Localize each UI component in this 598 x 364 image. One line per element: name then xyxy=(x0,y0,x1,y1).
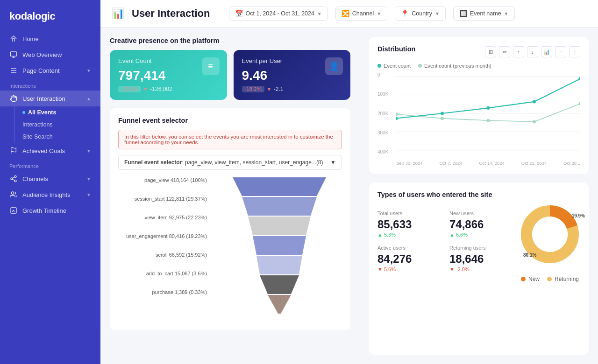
sidebar-item-web-overview[interactable]: Web Overview xyxy=(0,47,100,63)
dist-tool-filter-icon[interactable]: ≡ xyxy=(555,46,566,57)
returning-pct-label: 80.1% xyxy=(523,252,536,258)
legend-prev-month: Event count (previous month) xyxy=(418,63,491,69)
donut-new-label: New xyxy=(528,276,540,282)
channel-icon: 🔀 xyxy=(342,10,349,17)
funnel-label-0: page_view 418,164 (100%) xyxy=(118,177,212,183)
funnel-label-2: view_item 92,975 (22.23%) xyxy=(118,215,212,220)
channel-filter[interactable]: 🔀 Channel ▼ xyxy=(335,7,387,21)
sidebar-item-growth[interactable]: Growth Timeline xyxy=(0,203,100,218)
distribution-card: Distribution ⊞ ✏ ↑ ↓ 📊 ≡ ⋮ Event count xyxy=(369,37,589,174)
funnel-selector[interactable]: Funnel event selector: page_view, view_i… xyxy=(118,155,342,170)
distribution-line-chart xyxy=(396,72,580,154)
people-icon xyxy=(9,190,18,199)
svg-marker-15 xyxy=(242,197,317,216)
y-axis-400k: 400K xyxy=(377,149,392,154)
funnel-row-4: scroll 66,592 (15.92%) xyxy=(118,252,216,258)
donut-legend: New Returning xyxy=(521,276,579,282)
svg-point-32 xyxy=(441,112,444,115)
new-users-delta: ▲ 6.6% xyxy=(449,232,514,238)
funnel-row-1: session_start 122,811 (29.37%) xyxy=(118,196,216,202)
creative-section-title: Creative presence on the platform xyxy=(110,37,350,44)
sidebar-item-home[interactable]: Home xyxy=(0,31,100,47)
sidebar-sub-interactions[interactable]: Interactions xyxy=(0,119,100,131)
country-filter[interactable]: 📍 Country ▼ xyxy=(395,7,446,21)
svg-point-7 xyxy=(14,175,16,177)
event-per-user-delta-abs: -2.1 xyxy=(274,86,284,92)
donut-chart: 19.9% 80.1% xyxy=(520,204,580,265)
performance-section-label: Performance xyxy=(0,159,100,171)
channel-filter-label: Channel xyxy=(352,10,374,17)
dist-tool-chart-icon[interactable]: 📊 xyxy=(541,46,552,57)
dist-tool-more-icon[interactable]: ⋮ xyxy=(569,46,580,57)
country-filter-label: Country xyxy=(412,10,432,17)
new-users-value: 74,866 xyxy=(449,218,514,231)
returning-users-label: Returning users xyxy=(449,245,514,251)
sidebar-user-interaction-label: User Interaction xyxy=(22,95,82,102)
svg-marker-20 xyxy=(268,295,291,314)
returning-users-box: Returning users 18,646 ▼ -2.0% xyxy=(449,245,514,272)
svg-point-26 xyxy=(396,112,398,116)
main-content: 📊 User Interaction 📅 Oct 1, 2024 - Oct 3… xyxy=(100,0,598,364)
legend-prev-month-label: Event count (previous month) xyxy=(424,63,491,69)
funnel-selector-label: Funnel event selector: page_view, view_i… xyxy=(124,159,323,166)
hand-icon xyxy=(9,94,18,103)
sidebar: kodalogic Home Web Overview Page Content… xyxy=(0,0,100,364)
right-panel: Distribution ⊞ ✏ ↑ ↓ 📊 ≡ ⋮ Event count xyxy=(360,28,598,364)
channel-filter-chevron-icon: ▼ xyxy=(377,11,381,16)
users-card-title: Types of users who entered the site xyxy=(377,191,580,198)
sidebar-item-channels[interactable]: Channels ▼ xyxy=(0,171,100,187)
date-filter[interactable]: 📅 Oct 1, 2024 - Oct 31, 2024 ▼ xyxy=(229,7,328,21)
sidebar-item-audience[interactable]: Audience Insights ▼ xyxy=(0,187,100,203)
svg-marker-17 xyxy=(253,236,306,255)
achieved-goals-chevron-icon: ▼ xyxy=(86,148,91,154)
funnel-row-6: purchase 1,389 (0.33%) xyxy=(118,289,216,295)
metric-cards-row: ≡ Event Count 797,414 -13.6% ▼ -126,002 … xyxy=(110,50,350,100)
active-users-value: 84,276 xyxy=(377,252,442,266)
all-events-dot xyxy=(22,111,25,114)
audience-label: Audience Insights xyxy=(22,191,82,198)
event-filter[interactable]: 🔲 Event name ▼ xyxy=(453,7,515,21)
svg-marker-14 xyxy=(233,177,326,196)
users-metrics-grid: Total users 85,633 ▲ 5.3% New users 74,8… xyxy=(377,210,514,272)
calendar-icon: 📅 xyxy=(235,10,243,17)
sidebar-sub-site-search[interactable]: Site Search xyxy=(0,131,100,143)
sidebar-item-achieved-goals[interactable]: Achieved Goals ▼ xyxy=(0,143,100,159)
interactions-section-label: Interactions xyxy=(0,78,100,91)
dist-tool-edit-icon[interactable]: ✏ xyxy=(499,46,510,57)
users-content: Total users 85,633 ▲ 5.3% New users 74,8… xyxy=(377,204,580,282)
funnel-row-3: user_engagement 80,416 (19.23%) xyxy=(118,233,216,239)
event-per-user-card: 👤 Event per User 9.46 -18.2% ▼ -2.1 xyxy=(234,50,351,100)
dist-tool-down-icon[interactable]: ↓ xyxy=(527,46,538,57)
dist-tool-grid-icon[interactable]: ⊞ xyxy=(485,46,496,57)
flag-icon xyxy=(9,147,18,155)
app-logo: kodalogic xyxy=(0,0,100,31)
svg-marker-16 xyxy=(248,217,311,235)
distribution-title: Distribution xyxy=(377,45,415,53)
users-card: Types of users who entered the site Tota… xyxy=(369,182,589,355)
event-filter-chevron-icon: ▼ xyxy=(504,11,509,16)
monitor-icon xyxy=(9,50,18,59)
dist-tool-up-icon[interactable]: ↑ xyxy=(513,46,524,57)
sidebar-item-user-interaction[interactable]: User Interaction ▲ xyxy=(0,91,100,106)
donut-new-dot xyxy=(521,277,526,281)
funnel-label-3: user_engagement 80,416 (19.23%) xyxy=(118,233,212,239)
donut-legend-returning: Returning xyxy=(547,276,579,282)
date-filter-chevron-icon: ▼ xyxy=(317,11,322,16)
funnel-selector-chevron-icon: ▼ xyxy=(330,159,336,166)
y-axis-300k: 300K xyxy=(377,130,392,135)
svg-point-28 xyxy=(486,119,490,122)
sidebar-sub-all-events[interactable]: All Events xyxy=(0,106,100,119)
x-axis-oct14: Oct 14, 2024 xyxy=(479,161,504,166)
svg-point-30 xyxy=(578,102,580,105)
total-users-box: Total users 85,633 ▲ 5.3% xyxy=(377,210,442,238)
chart-legend: Event count Event count (previous month) xyxy=(377,63,580,69)
new-users-label: New users xyxy=(449,210,514,216)
sidebar-item-page-content[interactable]: Page Content ▼ xyxy=(0,63,100,78)
page-title: User Interaction xyxy=(132,7,210,20)
sidebar-web-overview-label: Web Overview xyxy=(22,51,91,58)
x-axis-oct7: Oct 7, 2024 xyxy=(439,161,462,166)
achieved-goals-label: Achieved Goals xyxy=(22,147,82,154)
event-per-user-delta-pct: -18.2% xyxy=(242,86,264,92)
x-axis-oct21: Oct 21, 2024 xyxy=(521,161,547,166)
page-content-chevron-icon: ▼ xyxy=(86,68,91,73)
